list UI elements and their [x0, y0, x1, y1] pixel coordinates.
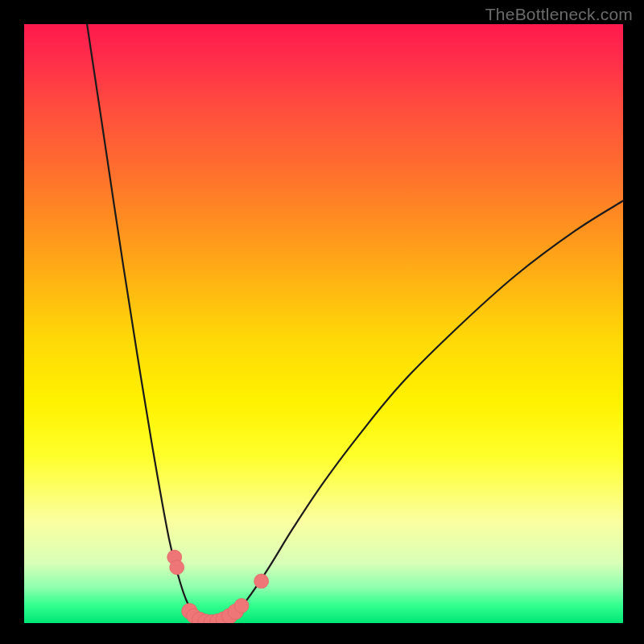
curve-right-branch — [210, 200, 623, 623]
chart-frame: TheBottleneck.com — [0, 0, 644, 644]
data-marker — [170, 560, 184, 575]
data-marker — [234, 598, 249, 613]
curves-svg — [24, 24, 623, 623]
data-marker — [254, 574, 269, 588]
plot-area — [24, 24, 623, 623]
watermark-text: TheBottleneck.com — [485, 5, 633, 24]
curve-left-branch — [87, 24, 210, 623]
